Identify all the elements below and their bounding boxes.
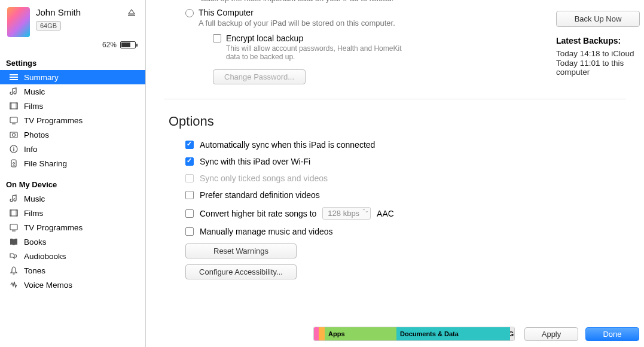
checkbox-icon [185,174,194,182]
reset-warnings-button[interactable]: Reset Warnings [185,243,297,258]
icloud-backup-desc: Back up the most important data on your … [185,0,626,3]
configure-accessibility-button[interactable]: Configure Accessibility... [185,264,297,279]
photos-icon [8,129,19,140]
svg-point-9 [13,133,16,136]
option-wifi-sync[interactable]: Sync with this iPad over Wi-Fi [185,157,626,166]
device-sidebar: John Smith 64GB 62% Settings Summary Mus… [0,0,146,347]
checkbox-icon [185,227,194,236]
nav-device-voice-memos[interactable]: Voice Memos [0,278,145,292]
apply-button[interactable]: Apply [524,327,578,341]
nav-tv[interactable]: TV Programmes [0,113,145,127]
battery-percent: 62% [102,41,117,49]
checkbox-icon [185,157,194,166]
nav-music[interactable]: Music [0,84,145,99]
nav-films[interactable]: Films [0,99,145,113]
checkbox-icon [213,34,221,42]
done-button[interactable]: Done [585,327,639,341]
nav-label: Music [24,87,45,96]
films-icon [8,101,19,111]
nav-label: TV Programmes [24,223,83,232]
nav-device-music[interactable]: Music [0,191,145,206]
file-sharing-icon [8,158,19,169]
svg-rect-18 [16,210,17,216]
storage-seg-free: 31.96 GB Free [510,327,514,340]
svg-rect-4 [10,103,11,109]
svg-rect-2 [10,79,18,80]
nav-label: Films [24,209,43,218]
option-label: Sync only ticked songs and videos [200,174,328,183]
latest-backup-line: Today 11:01 to this computer [556,59,644,77]
section-divider [164,99,626,99]
change-password-button[interactable]: Change Password... [213,69,306,84]
device-thumbnail [7,7,30,37]
latest-backups: Latest Backups: Today 14:18 to iCloud To… [556,36,644,77]
films-icon [8,208,19,218]
nav-label: Photos [24,130,49,139]
checkbox-icon [185,191,194,199]
device-header: John Smith 64GB [0,0,145,42]
voice-memos-icon [8,279,19,290]
option-label: Convert higher bit rate songs to [200,209,316,218]
option-label: Manually manage music and videos [200,227,333,236]
option-label: Automatically sync when this iPad is con… [200,140,375,150]
backup-now-button[interactable]: Back Up Now [556,11,640,27]
summary-icon [8,72,19,83]
books-icon [8,236,19,247]
encrypt-label: Encrypt local backup [226,34,303,43]
nav-device-books[interactable]: Books [0,235,145,249]
checkbox-icon [185,141,194,149]
nav-label: Info [24,145,38,154]
svg-point-12 [13,147,14,148]
storage-seg-docs: Documents & Data [396,327,510,340]
radio-icon [185,9,194,17]
on-device-section-header: On My Device [0,176,145,191]
storage-seg-photos [319,327,325,340]
nav-device-films[interactable]: Films [0,206,145,220]
storage-seg-apps: Apps [325,327,396,340]
storage-bar[interactable]: Apps Documents & Data 31.96 GB Free [313,327,515,341]
nav-device-tones[interactable]: Tones [0,263,145,278]
checkbox-icon [185,209,194,218]
options-title: Options [169,114,626,129]
nav-photos[interactable]: Photos [0,127,145,142]
nav-label: Music [24,194,45,203]
option-manual-manage[interactable]: Manually manage music and videos [185,227,626,236]
bitrate-dropdown[interactable]: 128 kbps [322,207,371,220]
storage-seg-audio [314,327,319,340]
battery-icon [120,41,136,48]
option-ticked-only: Sync only ticked songs and videos [185,174,626,183]
tv-icon [8,222,19,233]
main-panel: Back up the most important data on your … [146,0,644,347]
eject-icon[interactable] [127,8,136,17]
nav-file-sharing[interactable]: File Sharing [0,156,145,171]
encrypt-desc: This will allow account passwords, Healt… [226,44,411,61]
capacity-badge: 64GB [36,21,61,31]
latest-backups-title: Latest Backups: [556,36,644,45]
option-convert-bitrate[interactable]: Convert higher bit rate songs to 128 kbp… [185,207,626,220]
svg-rect-0 [10,74,18,75]
music-icon [8,86,19,97]
option-label: Sync with this iPad over Wi-Fi [200,157,310,166]
nav-label: TV Programmes [24,116,83,125]
nav-label: Books [24,238,47,246]
device-name: John Smith [36,7,138,17]
option-auto-sync[interactable]: Automatically sync when this iPad is con… [185,140,626,150]
svg-rect-5 [16,103,17,109]
svg-point-14 [13,163,15,165]
svg-rect-1 [10,77,18,78]
nav-label: File Sharing [24,159,67,168]
tones-icon [8,265,19,276]
radio-label: This Computer [199,8,254,17]
latest-backup-line: Today 14:18 to iCloud [556,49,644,58]
nav-device-tv[interactable]: TV Programmes [0,220,145,235]
info-icon [8,144,19,154]
nav-info[interactable]: Info [0,142,145,156]
option-sd-video[interactable]: Prefer standard definition videos [185,190,626,200]
svg-rect-6 [10,117,17,123]
nav-label: Summary [24,73,59,82]
audiobooks-icon [8,251,19,261]
nav-device-audiobooks[interactable]: Audiobooks [0,249,145,263]
nav-summary[interactable]: Summary [0,70,145,84]
tv-icon [8,115,19,126]
aac-label: AAC [377,209,394,218]
